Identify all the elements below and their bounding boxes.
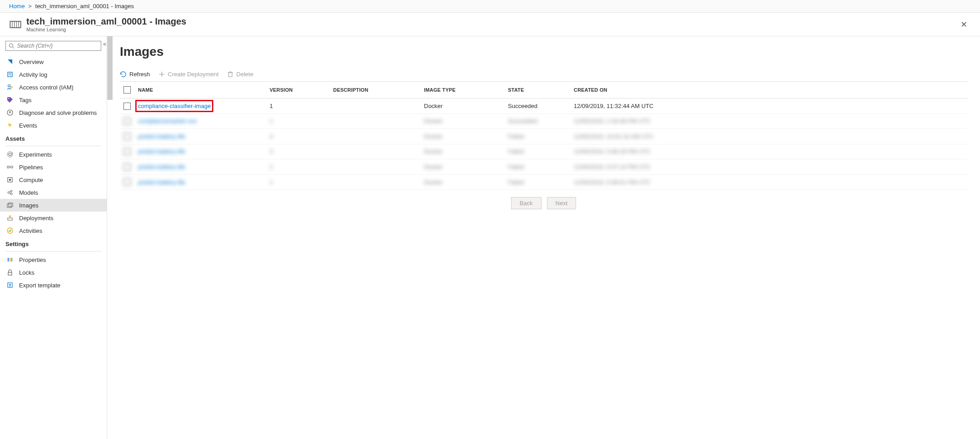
row-checkbox-cell[interactable] [120,113,134,129]
scrollbar[interactable] [107,36,113,100]
resource-icon [9,18,22,31]
header-version[interactable]: VERSION [266,82,330,99]
breadcrumb-separator: > [28,3,32,10]
page-header: tech_immersion_aml_00001 - Images Machin… [0,13,980,36]
nav-section-settings: Settings [0,237,107,249]
nav-item-models[interactable]: Models [0,186,107,199]
cell-version: 1 [266,113,330,129]
nav-item-access-control-iam-[interactable]: Access control (IAM) [0,81,107,94]
refresh-button[interactable]: Refresh [120,71,150,78]
nav-item-diagnose-and-solve-problems[interactable]: Diagnose and solve problems [0,106,107,119]
image-name-link[interactable]: compliancemarker-svc [138,118,197,124]
nav-item-label: Images [19,202,39,209]
svg-rect-17 [7,166,9,168]
nav-item-label: Activity log [19,71,47,78]
cell-state: Failed [504,144,570,159]
header-description[interactable]: DESCRIPTION [330,82,420,99]
image-name-link[interactable]: predict-battery-life [138,148,185,155]
nav-item-images[interactable]: Images [0,199,107,212]
nav-item-experiments[interactable]: Experiments [0,148,107,161]
table-row[interactable]: predict-battery-life3DockerFailed12/04/2… [120,144,967,159]
nav-item-label: Tags [19,97,31,104]
pager-back-button[interactable]: Back [511,197,542,209]
nav-item-activities[interactable]: Activities [0,224,107,237]
nav-item-pipelines[interactable]: Pipelines [0,161,107,173]
checkbox-icon[interactable] [123,118,131,125]
create-deployment-button[interactable]: Create Deployment [158,71,219,78]
svg-line-26 [10,193,11,194]
header-created-on[interactable]: CREATED ON [570,82,967,99]
image-name-link[interactable]: compliance-classifier-image [138,103,211,109]
nav-item-activity-log[interactable]: Activity log [0,68,107,81]
cell-image-type: Docker [420,99,504,114]
close-button[interactable]: ✕ [957,18,971,31]
nav-item-export-template[interactable]: Export template [0,279,107,291]
cell-description [330,174,420,190]
overview-icon [6,58,14,65]
row-checkbox-cell[interactable] [120,99,134,114]
nav-item-tags[interactable]: Tags [0,94,107,106]
images-icon [6,202,14,209]
checkbox-icon[interactable] [123,163,131,171]
nav-item-label: Experiments [19,151,52,158]
diagnose-icon [6,109,14,116]
nav-item-label: Locks [19,269,34,276]
table-row[interactable]: predict-battery-life2DockerFailed12/04/2… [120,159,967,175]
checkbox-icon[interactable] [123,86,131,94]
checkbox-icon[interactable] [123,103,131,110]
svg-point-24 [10,193,12,195]
delete-button[interactable]: Delete [227,71,254,78]
cell-state: Succeeded [504,99,570,114]
nav-item-label: Compute [19,177,43,183]
header-state[interactable]: STATE [504,82,570,99]
nav-item-properties[interactable]: Properties [0,253,107,266]
row-checkbox-cell[interactable] [120,129,134,144]
iam-icon [6,84,14,91]
nav-item-locks[interactable]: Locks [0,266,107,279]
pager-next-button[interactable]: Next [547,197,576,209]
row-checkbox-cell[interactable] [120,159,134,175]
table-row[interactable]: compliance-classifier-image1DockerSuccee… [120,99,967,114]
activities-icon [6,227,14,234]
select-all-header[interactable] [120,82,134,99]
cell-image-type: Docker [420,129,504,144]
svg-rect-38 [228,73,232,77]
cell-name: predict-battery-life [134,174,266,190]
cell-description [330,113,420,129]
checkbox-icon[interactable] [123,133,131,140]
table-row[interactable]: predict-battery-life4DockerFailed12/05/2… [120,129,967,144]
breadcrumb-home[interactable]: Home [9,3,25,10]
properties-icon [6,256,14,263]
checkbox-icon[interactable] [123,148,131,155]
table-row[interactable]: predict-battery-life1DockerFailed12/04/2… [120,174,967,190]
search-input[interactable] [17,43,98,49]
svg-point-11 [10,86,12,88]
row-checkbox-cell[interactable] [120,174,134,190]
collapse-sidebar-icon[interactable]: « [102,40,107,48]
locks-icon [6,269,14,276]
header-name[interactable]: NAME [134,82,266,99]
cell-description [330,99,420,114]
table-row[interactable]: compliancemarker-svc1DockerSucceeded12/0… [120,113,967,129]
row-checkbox-cell[interactable] [120,144,134,159]
svg-point-12 [8,98,9,99]
search-box[interactable] [5,41,101,51]
image-name-link[interactable]: predict-battery-life [138,163,185,170]
toolbar: Refresh Create Deployment Delete [120,67,967,82]
svg-rect-28 [9,203,13,207]
sidebar: « OverviewActivity logAccess control (IA… [0,36,107,439]
nav-item-compute[interactable]: Compute [0,173,107,186]
header-image-type[interactable]: IMAGE TYPE [420,82,504,99]
image-name-link[interactable]: predict-battery-life [138,179,185,186]
activity-icon [6,71,14,78]
nav-item-events[interactable]: Events [0,119,107,132]
image-name-link[interactable]: predict-battery-life [138,133,185,140]
nav-item-deployments[interactable]: Deployments [0,212,107,224]
cell-version: 3 [266,144,330,159]
pager: Back Next [120,197,967,209]
checkbox-icon[interactable] [123,178,131,186]
nav-item-label: Activities [19,227,42,234]
cell-name: compliance-classifier-image [134,99,266,114]
nav-item-overview[interactable]: Overview [0,55,107,68]
svg-rect-0 [10,21,20,28]
